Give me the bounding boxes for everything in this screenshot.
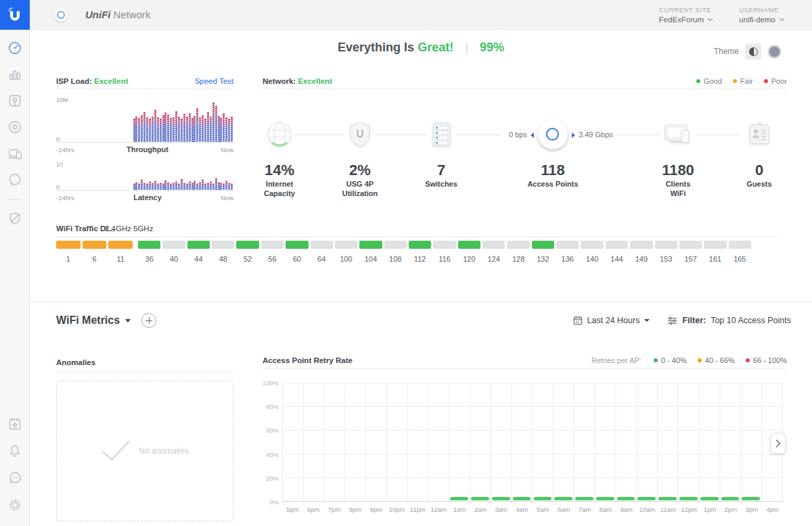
isp-bar [141, 115, 143, 142]
contrast-icon [749, 47, 758, 56]
time-range-selector[interactable]: Last 24 Hours [573, 316, 650, 325]
calendar-icon [573, 316, 583, 325]
latency-axis: -24hrs Latency Now [56, 193, 233, 201]
isp-bar [160, 183, 162, 190]
node-sublabel: Utilization [316, 189, 404, 198]
theme-dark-button[interactable] [769, 47, 780, 57]
sidebar-item-whats-new[interactable] [6, 415, 24, 433]
switch-stack-icon[interactable] [397, 120, 485, 152]
site-selector[interactable]: CURRENT SITE FedExForum [659, 6, 713, 24]
isp-bar [152, 183, 154, 190]
user-selector[interactable]: USERNAME unifi-demo [739, 6, 785, 24]
hour-label: 12pm [679, 506, 700, 513]
cloud-status-icon[interactable] [54, 8, 68, 22]
ubiquiti-logo[interactable] [0, 0, 30, 30]
channel-bar [335, 241, 357, 249]
filter-control[interactable]: Filter: Top 10 Access Points [667, 316, 791, 325]
chart-next-button[interactable] [771, 433, 786, 454]
channel-label: 120 [458, 255, 480, 263]
percent-label: 40% [266, 450, 279, 458]
filter-value: Top 10 Access Points [710, 316, 791, 325]
sidebar-item-settings[interactable] [6, 496, 24, 514]
channel-11: 11 [108, 241, 133, 263]
node-clients: 1180 Clients WiFi [634, 120, 722, 198]
chevron-down-icon[interactable] [125, 319, 131, 322]
node-label: Access Points [509, 179, 597, 189]
isp-bar [199, 182, 201, 190]
add-metric-button[interactable] [141, 313, 156, 328]
hour-label: 10am [637, 506, 658, 513]
guest-badge-icon[interactable] [715, 120, 803, 152]
axis-right: Now [221, 146, 233, 153]
isp-bar [183, 183, 185, 190]
sidebar-item-dashboard[interactable] [6, 39, 24, 57]
filter-sliders-icon [667, 316, 677, 325]
sidebar-item-map[interactable] [6, 92, 24, 110]
channel-label: 56 [261, 255, 284, 263]
node-label: Clients [634, 179, 722, 189]
hour-label: 5pm [282, 506, 303, 513]
percent-label: 60% [266, 427, 279, 434]
network-title: Network: Excellent [263, 77, 332, 85]
isp-bar [146, 117, 148, 142]
channel-bar [236, 241, 258, 249]
internet-globe-icon[interactable] [235, 120, 323, 152]
channel-124: 124 [482, 241, 505, 263]
sidebar-item-devices[interactable] [6, 118, 24, 136]
isp-bar [173, 183, 175, 190]
bell-icon [7, 444, 22, 458]
channel-label: 11 [108, 255, 133, 263]
access-point-device-icon[interactable] [509, 120, 597, 152]
clients-laptop-icon[interactable] [634, 120, 722, 152]
channel-bar [655, 241, 677, 249]
topbar: UniFiNetwork CURRENT SITE FedExForum USE… [30, 0, 812, 30]
site-selector-label: CURRENT SITE [659, 6, 713, 14]
throughput-label: Throughput [127, 145, 168, 153]
channel-bar [630, 241, 652, 249]
isp-load-panel: ISP Load: Excellent Speed Test 10M 0 -24… [56, 76, 233, 205]
channel-bar [138, 241, 160, 249]
user-selector-value: unifi-demo [739, 16, 775, 24]
channel-40: 40 [162, 241, 185, 263]
speed-test-link[interactable]: Speed Test [195, 77, 233, 85]
hour-label: 7pm [324, 506, 345, 513]
isp-bar [212, 102, 215, 142]
node-guests: 0 Guests [715, 120, 803, 189]
retry-bar [742, 497, 760, 500]
sidebar-item-insights[interactable] [6, 171, 24, 189]
isp-bar [181, 118, 183, 142]
hour-label: 5am [533, 506, 554, 513]
wifi-metrics-title[interactable]: WiFi Metrics [56, 314, 120, 327]
axis-right: Now [221, 194, 233, 201]
percent-label: 80% [266, 403, 279, 410]
channel-153: 153 [655, 241, 677, 263]
isp-bar [143, 183, 145, 190]
anomalies-empty-state: No anomalies [56, 381, 233, 521]
usg-shield-icon[interactable] [316, 120, 404, 152]
legend-poor: Poor [764, 77, 787, 85]
chevron-down-icon [644, 319, 650, 322]
sidebar-item-statistics[interactable] [6, 66, 24, 83]
isp-bar [194, 116, 196, 142]
network-panel: Network: Excellent Good Fair Poor 0 bps … [263, 76, 787, 218]
sidebar-item-chat[interactable] [6, 469, 24, 487]
isp-bar [154, 181, 156, 190]
sidebar-item-clients[interactable] [6, 145, 24, 162]
isp-bar [231, 116, 233, 142]
throughput-chart: 10M 0 [56, 101, 233, 143]
channel-label: 124 [482, 255, 505, 263]
isp-bar [164, 180, 166, 190]
channel-label: 108 [384, 255, 407, 263]
isp-bar [175, 181, 177, 190]
channel-104: 104 [359, 241, 382, 263]
isp-bar [178, 183, 180, 190]
sidebar-item-alerts[interactable] [6, 442, 24, 460]
theme-light-button[interactable] [745, 43, 761, 59]
sidebar-item-threat-management[interactable] [6, 210, 24, 227]
percent-label: 0% [269, 498, 279, 506]
headline-divider: | [465, 41, 468, 54]
channel-bar [162, 241, 185, 249]
isp-bar [202, 115, 204, 142]
sidebar [0, 0, 30, 526]
channel-label: 149 [630, 255, 652, 263]
